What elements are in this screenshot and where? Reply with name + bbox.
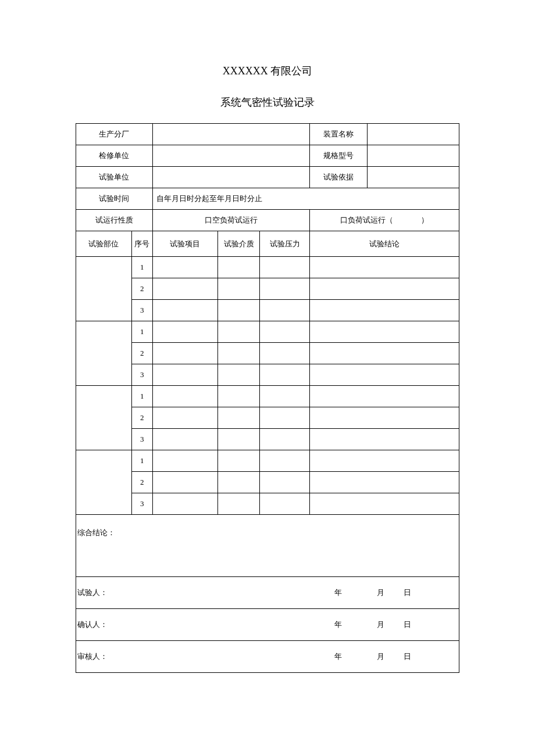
date-year: 年: [309, 609, 367, 641]
conclusion-cell: [309, 321, 459, 343]
seq-cell: 1: [131, 321, 152, 343]
medium-cell: [217, 300, 259, 321]
value-spec-model: [367, 145, 459, 167]
label-confirmer: 确认人：: [76, 609, 310, 641]
conclusion-cell: [309, 364, 459, 386]
label-tester: 试验人：: [76, 577, 310, 609]
header-part: 试验部位: [76, 231, 132, 257]
seq-cell: 3: [131, 429, 152, 450]
seq-cell: 3: [131, 493, 152, 515]
label-device-name: 装置名称: [309, 124, 367, 145]
medium-cell: [217, 429, 259, 450]
pressure-cell: [260, 450, 310, 472]
item-cell: [152, 278, 217, 300]
item-cell: [152, 257, 217, 278]
pressure-cell: [260, 300, 310, 321]
item-cell: [152, 450, 217, 472]
date-day: 日: [394, 577, 420, 609]
medium-cell: [217, 472, 259, 493]
conclusion-cell: [309, 472, 459, 493]
item-cell: [152, 386, 217, 407]
label-test-unit: 试验单位: [76, 167, 153, 188]
pressure-cell: [260, 321, 310, 343]
pressure-cell: [260, 278, 310, 300]
date-year: 年: [309, 577, 367, 609]
seq-cell: 1: [131, 386, 152, 407]
pressure-cell: [260, 493, 310, 515]
pressure-cell: [260, 407, 310, 429]
part-cell: [76, 386, 132, 450]
label-reviewer: 审核人：: [76, 641, 310, 673]
conclusion-cell: [309, 386, 459, 407]
date-trailing: [421, 641, 459, 673]
seq-cell: 2: [131, 343, 152, 364]
header-seq: 序号: [131, 231, 152, 257]
date-month: 月: [367, 641, 394, 673]
pressure-cell: [260, 364, 310, 386]
item-cell: [152, 493, 217, 515]
seq-cell: 2: [131, 407, 152, 429]
seq-cell: 2: [131, 472, 152, 493]
part-cell: [76, 321, 132, 386]
medium-cell: [217, 450, 259, 472]
item-cell: [152, 364, 217, 386]
date-trailing: [421, 577, 459, 609]
seq-cell: 3: [131, 300, 152, 321]
pressure-cell: [260, 472, 310, 493]
date-month: 月: [367, 609, 394, 641]
label-test-time: 试验时间: [76, 188, 153, 210]
record-table: 生产分厂 装置名称 检修单位 规格型号 试验单位 试验依据 试验时间 自年月日时…: [76, 123, 459, 673]
pressure-cell: [260, 257, 310, 278]
date-day: 日: [394, 609, 420, 641]
conclusion-cell: [309, 407, 459, 429]
label-prod-branch: 生产分厂: [76, 124, 153, 145]
date-month: 月: [367, 577, 394, 609]
conclusion-cell: [309, 300, 459, 321]
part-cell: [76, 450, 132, 515]
item-cell: [152, 472, 217, 493]
header-conclusion: 试验结论: [309, 231, 459, 257]
medium-cell: [217, 257, 259, 278]
conclusion-cell: [309, 343, 459, 364]
pressure-cell: [260, 386, 310, 407]
date-day: 日: [394, 641, 420, 673]
part-cell: [76, 257, 132, 321]
date-trailing: [421, 609, 459, 641]
value-prod-branch: [152, 124, 309, 145]
medium-cell: [217, 493, 259, 515]
medium-cell: [217, 407, 259, 429]
seq-cell: 1: [131, 257, 152, 278]
item-cell: [152, 407, 217, 429]
header-pressure: 试验压力: [260, 231, 310, 257]
item-cell: [152, 321, 217, 343]
seq-cell: 1: [131, 450, 152, 472]
label-run-nature: 试运行性质: [76, 210, 153, 231]
medium-cell: [217, 364, 259, 386]
item-cell: [152, 300, 217, 321]
conclusion-cell: [309, 257, 459, 278]
overall-conclusion: 综合结论：: [76, 515, 459, 577]
conclusion-cell: [309, 278, 459, 300]
conclusion-cell: [309, 450, 459, 472]
item-cell: [152, 429, 217, 450]
header-medium: 试验介质: [217, 231, 259, 257]
option-noload: 口空负荷试运行: [152, 210, 309, 231]
company-name: XXXXXX 有限公司: [76, 64, 459, 78]
date-year: 年: [309, 641, 367, 673]
seq-cell: 2: [131, 278, 152, 300]
document-title: 系统气密性试验记录: [76, 95, 459, 109]
label-test-basis: 试验依据: [309, 167, 367, 188]
item-cell: [152, 343, 217, 364]
medium-cell: [217, 278, 259, 300]
value-maint-unit: [152, 145, 309, 167]
medium-cell: [217, 386, 259, 407]
conclusion-cell: [309, 429, 459, 450]
value-test-time: 自年月日时分起至年月日时分止: [152, 188, 459, 210]
option-load: 口负荷试运行（ ）: [309, 210, 459, 231]
medium-cell: [217, 343, 259, 364]
pressure-cell: [260, 429, 310, 450]
pressure-cell: [260, 343, 310, 364]
value-test-basis: [367, 167, 459, 188]
medium-cell: [217, 321, 259, 343]
label-maint-unit: 检修单位: [76, 145, 153, 167]
